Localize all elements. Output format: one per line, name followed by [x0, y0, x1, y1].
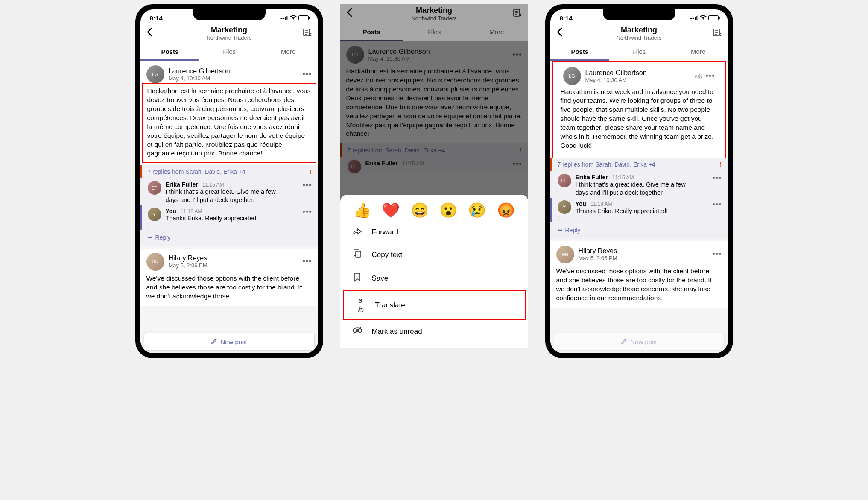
- wifi-icon: [290, 15, 297, 22]
- status-time: 8:14: [150, 15, 163, 22]
- reply-item: EF Erika Fuller 11:15 AM I think that's …: [142, 178, 318, 204]
- page-title: Marketing: [569, 26, 709, 35]
- tab-posts[interactable]: Posts: [550, 44, 610, 61]
- reply-label: Reply: [565, 227, 581, 234]
- sheet-label: Translate: [375, 301, 405, 310]
- avatar[interactable]: EF: [148, 181, 161, 195]
- reply-text: I think that's a great idea. Give me a f…: [576, 181, 713, 197]
- avatar[interactable]: HR: [146, 253, 164, 271]
- reply-more-icon[interactable]: •••: [303, 181, 312, 204]
- reply-more-icon[interactable]: •••: [713, 174, 722, 197]
- reply-item: EF Erika Fuller 11:15 AM I think that's …: [552, 171, 728, 197]
- avatar[interactable]: Y: [148, 208, 161, 221]
- reaction-sad[interactable]: 😢: [468, 202, 486, 219]
- post-body[interactable]: Hackathon est la semaine prochaine et à …: [142, 83, 316, 163]
- reaction-row: 👍 ❤️ 😄 😮 😢 😡: [340, 197, 528, 221]
- post-time: May 5, 2:06 PM: [579, 255, 617, 261]
- replies-text: 7 replies from Sarah, David, Erika +4: [558, 161, 655, 168]
- new-post-label: New post: [220, 338, 247, 345]
- channel-header: Marketing Northwind Traders: [550, 24, 728, 44]
- post-author: Hilary Reyes: [579, 247, 617, 255]
- avatar[interactable]: Y: [558, 200, 571, 214]
- reply-item: Y You 11:18 AM Thanks Erika. Really appr…: [142, 205, 318, 222]
- battery-icon: [298, 15, 309, 20]
- reply-text: Thanks Erika. Really appreciated!: [166, 214, 303, 222]
- post-item: HR Hilary Reyes May 5, 2:06 PM ••• We've…: [140, 249, 318, 306]
- sheet-label: Forward: [372, 228, 398, 237]
- action-sheet: 👍 ❤️ 😄 😮 😢 😡 Forward Copy text Save aあ: [340, 195, 528, 348]
- post-more-icon[interactable]: •••: [713, 250, 722, 259]
- post-time: May 5, 2:06 PM: [169, 262, 208, 269]
- channel-options-icon[interactable]: [299, 28, 312, 38]
- replies-summary[interactable]: 7 replies from Sarah, David, Erika +4 !: [550, 158, 728, 171]
- sheet-translate[interactable]: aあ Translate: [343, 290, 526, 320]
- reply-time: 11:18 AM: [590, 201, 612, 207]
- reaction-surprised[interactable]: 😮: [439, 202, 457, 219]
- expand-chevron-icon[interactable]: 〉: [552, 215, 728, 222]
- avatar[interactable]: LG: [146, 65, 164, 83]
- tab-files[interactable]: Files: [199, 44, 259, 61]
- channel-header: Marketing Northwind Traders: [140, 24, 318, 44]
- sheet-copy[interactable]: Copy text: [340, 243, 528, 266]
- avatar[interactable]: HR: [556, 246, 574, 263]
- back-button[interactable]: [146, 27, 159, 39]
- tab-files[interactable]: Files: [609, 44, 669, 61]
- tab-posts[interactable]: Posts: [140, 44, 200, 61]
- post-body[interactable]: We've discussed those options with the c…: [550, 263, 728, 308]
- reaction-angry[interactable]: 😡: [497, 202, 515, 219]
- post-time: May 4, 10:30 AM: [169, 75, 230, 82]
- reaction-heart[interactable]: ❤️: [382, 202, 400, 219]
- phone-center: Marketing Northwind Traders Posts Files …: [340, 4, 528, 358]
- reply-time: 11:15 AM: [202, 182, 224, 188]
- signal-icon: ••ıl: [690, 15, 698, 22]
- post-more-icon[interactable]: •••: [303, 257, 312, 266]
- reply-text: I think that's a great idea. Give me a f…: [166, 188, 303, 204]
- expand-chevron-icon[interactable]: 〉: [142, 222, 318, 229]
- reply-label: Reply: [155, 234, 171, 241]
- replies-summary[interactable]: 7 replies from Sarah, David, Erika +4 !: [140, 165, 318, 178]
- back-button[interactable]: [556, 27, 569, 39]
- signal-icon: ••ıl: [280, 15, 288, 22]
- reaction-like[interactable]: 👍: [353, 202, 371, 219]
- channel-options-icon[interactable]: [709, 28, 722, 38]
- post-body[interactable]: Hackathon is next week and in advance yo…: [557, 85, 721, 153]
- sheet-label: Mark as unread: [372, 327, 422, 336]
- reply-arrow-icon: ↩: [558, 227, 563, 234]
- post-more-icon[interactable]: •••: [706, 72, 715, 81]
- reply-time: 11:18 AM: [181, 208, 202, 214]
- reply-arrow-icon: ↩: [148, 234, 153, 241]
- notch: [603, 9, 675, 20]
- sheet-forward[interactable]: Forward: [340, 221, 528, 243]
- post-more-icon[interactable]: •••: [303, 70, 312, 79]
- new-post-label: New post: [630, 338, 657, 345]
- post-author: Laurence Gilbertson: [169, 67, 230, 75]
- post-author: Hilary Reyes: [169, 254, 208, 262]
- reply-more-icon[interactable]: •••: [713, 200, 722, 215]
- tab-more[interactable]: More: [259, 44, 318, 61]
- post-body[interactable]: We've discussed those options with the c…: [140, 271, 318, 306]
- reply-button[interactable]: ↩ Reply: [142, 230, 318, 245]
- sheet-label: Save: [372, 274, 389, 283]
- phone-right: 8:14 ••ıl Marketing Northwind Traders Po…: [545, 4, 733, 358]
- feed[interactable]: LG Laurence Gilbertson May 4, 10:30 AM a…: [550, 61, 728, 353]
- tab-more[interactable]: More: [669, 44, 728, 61]
- new-post-button[interactable]: New post: [144, 333, 315, 351]
- compose-icon: [211, 338, 218, 346]
- reaction-laugh[interactable]: 😄: [411, 202, 429, 219]
- feed[interactable]: LG Laurence Gilbertson May 4, 10:30 AM •…: [140, 61, 318, 353]
- reply-button[interactable]: ↩ Reply: [552, 222, 728, 238]
- urgent-icon: !: [720, 161, 722, 168]
- sheet-save[interactable]: Save: [340, 266, 528, 290]
- avatar[interactable]: LG: [563, 67, 581, 85]
- translated-indicator-icon: aあ: [695, 73, 702, 79]
- reply-item: Y You 11:18 AM Thanks Erika. Really appr…: [552, 198, 728, 215]
- new-post-button[interactable]: New post: [554, 333, 725, 351]
- replies-text: 7 replies from Sarah, David, Erika +4: [148, 168, 245, 175]
- sheet-mark-unread[interactable]: Mark as unread: [340, 320, 528, 343]
- avatar[interactable]: EF: [558, 174, 571, 187]
- post-author: Laurence Gilbertson: [585, 69, 647, 77]
- sheet-label: Copy text: [372, 251, 403, 259]
- forward-icon: [352, 227, 362, 237]
- battery-icon: [708, 15, 719, 20]
- reply-more-icon[interactable]: •••: [303, 208, 312, 222]
